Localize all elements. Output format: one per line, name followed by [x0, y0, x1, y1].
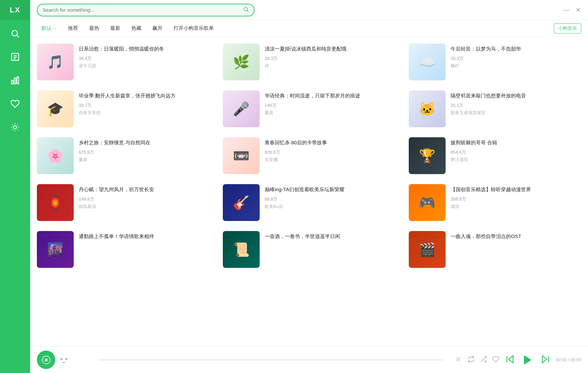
shuffle-button[interactable]	[480, 356, 487, 364]
playlist-author: 凌兮几甜	[79, 63, 209, 69]
playlist-count: 675.9万	[79, 149, 209, 155]
search-input[interactable]	[43, 7, 243, 13]
playlist-count: 36.4万	[79, 56, 209, 62]
playlist-cover: 🏆	[409, 137, 446, 174]
playlist-title: 巅峰ing-TA们创造着欧美乐坛新荣耀	[265, 186, 395, 193]
playlist-author: 歌单王者现实保安	[451, 110, 581, 116]
playlist-author: 胖汪追综	[451, 157, 581, 163]
playlist-count: 35.3万	[451, 56, 581, 62]
next-button[interactable]	[540, 354, 551, 366]
minimize-button[interactable]: —	[563, 7, 570, 13]
playlist-info: 通勤路上不孤单！华语情歌来相伴	[79, 231, 209, 243]
playlist-title: 披荆斩棘的哥哥 合辑	[451, 139, 581, 146]
play-button[interactable]	[520, 353, 535, 367]
playlist-count: 654.4万	[451, 149, 581, 155]
list-item[interactable]: 🏮 丹心赋：望九州风月，祈万世长安 149.8万 国风新语	[37, 184, 209, 221]
svg-line-1	[17, 35, 19, 37]
svg-marker-21	[542, 356, 547, 363]
svg-rect-8	[17, 77, 19, 84]
playlist-cover: 🏮	[37, 184, 74, 221]
playlist-title: 日系治愈：日落暖阳，悄悄温暖你的冬	[79, 45, 209, 52]
list-item[interactable]: 📜 一壶酒，一卷书，半世逍遥半日闲	[223, 231, 395, 268]
tab-latest[interactable]: 最新	[106, 23, 125, 33]
playlist-cover-image: 🌸	[37, 137, 74, 174]
playlist-author: 念安娜	[265, 157, 395, 163]
playlist-cover: 🎮	[409, 184, 446, 221]
list-item[interactable]: 🌆 通勤路上不孤单！华语情歌来相伴	[37, 231, 209, 268]
sidebar-item-playlist[interactable]	[5, 47, 25, 67]
tab-hot[interactable]: 最热	[84, 23, 104, 33]
playlist-title: 清凉一夏|听说冰镇西瓜和纯音更配哦	[265, 45, 395, 52]
playlist-title: 一壶酒，一卷书，半世逍遥半日闲	[265, 233, 395, 240]
lyric-icon: 词	[455, 356, 462, 363]
playlist-title: 华语经典：时间流逝，只留下那岁月的痕迹	[265, 92, 395, 99]
playlist-cover-image: 🎵	[37, 44, 74, 80]
list-item[interactable]: 🎮 【国创音乐精选】聆听穿越动漫世界 358.9万 成功	[409, 184, 581, 221]
player-time: 00:00 / 00:00	[556, 357, 581, 362]
list-item[interactable]: 🎸 巅峰ing-TA们创造着欧美乐坛新荣耀 88.8万 欧美Ku乐	[223, 184, 395, 221]
sidebar-item-favorites[interactable]	[5, 94, 25, 114]
svg-marker-20	[524, 355, 531, 365]
tab-default[interactable]: 默认	[37, 23, 62, 33]
list-item[interactable]: ☁️ 午后轻音：以梦为马，不负韶华 35.3万 枫柠	[409, 44, 581, 80]
nav-tabs: 默认 推荐 最热 最新 热藏 飙升 打开小构音乐歌单 小构音乐	[30, 20, 588, 37]
playlist-cover-image: 🎓	[37, 90, 74, 127]
playlist-info: 日系治愈：日落暖阳，悄悄温暖你的冬 36.4万 凌兮几甜	[79, 44, 209, 69]
search-box[interactable]	[37, 4, 255, 16]
playlist-title: 通勤路上不孤单！华语情歌来相伴	[79, 233, 209, 240]
sidebar-item-charts[interactable]	[5, 70, 25, 90]
playlist-cover: 🎤	[223, 90, 260, 127]
playlist-info: 青春回忆杀·80后的卡带故事 828.8万 念安娜	[265, 137, 395, 163]
svg-point-9	[13, 126, 16, 129]
playlist-count: 358.9万	[451, 196, 581, 202]
svg-rect-7	[14, 78, 16, 84]
playlist-title: 【国创音乐精选】聆听穿越动漫世界	[451, 186, 581, 193]
playlist-cover-image: 🏮	[37, 184, 74, 221]
content-area: 🎵 日系治愈：日落暖阳，悄悄温暖你的冬 36.4万 凌兮几甜 🌿 清凉一夏|听说…	[30, 37, 588, 346]
list-item[interactable]: 🎬 一曲入魂，那些自带泪点的OST	[409, 231, 581, 268]
list-item[interactable]: 🏆 披荆斩棘的哥哥 合辑 654.4万 胖汪追综	[409, 137, 581, 174]
playlist-count: 33.7万	[79, 102, 209, 108]
playlist-author: 在冬天等你	[79, 110, 209, 116]
list-item[interactable]: 🎤 华语经典：时间流逝，只留下那岁月的痕迹 145万 蔓若	[223, 90, 395, 127]
playlist-cover: 🎵	[37, 44, 74, 80]
playlist-cover: 🎸	[223, 184, 260, 221]
sidebar-item-settings[interactable]	[5, 117, 25, 137]
playlist-cover: 🌸	[37, 137, 74, 174]
loop-button[interactable]	[467, 356, 475, 364]
svg-marker-18	[509, 356, 513, 363]
list-item[interactable]: 🌿 清凉一夏|听说冰镇西瓜和纯音更配哦 28.3万 祥	[223, 44, 395, 80]
playlist-info: 巅峰ing-TA们创造着欧美乐坛新荣耀 88.8万 欧美Ku乐	[265, 184, 395, 210]
playlist-info: 乡村之旅：安静惬意·与自然同在 675.9万 蔓若	[79, 137, 209, 163]
tab-xiaogou[interactable]: 小构音乐	[554, 23, 581, 33]
playlist-info: 清凉一夏|听说冰镇西瓜和纯音更配哦 28.3万 祥	[265, 44, 395, 69]
playlist-cover-image: 🎮	[409, 184, 446, 221]
sidebar-item-search[interactable]	[5, 23, 25, 44]
search-icon[interactable]	[243, 6, 249, 14]
tab-recommend[interactable]: 推荐	[63, 23, 83, 33]
playlist-title: 午后轻音：以梦为马，不负韶华	[451, 45, 581, 52]
playlist-info: 华语经典：时间流逝，只留下那岁月的痕迹 145万 蔓若	[265, 90, 395, 116]
playlist-cover-image: 🏆	[409, 137, 446, 174]
tab-favorite[interactable]: 热藏	[127, 23, 146, 33]
list-item[interactable]: 🎵 日系治愈：日落暖阳，悄悄温暖你的冬 36.4万 凌兮几甜	[37, 44, 209, 80]
playlist-cover-image: 🎤	[223, 90, 260, 127]
playlist-cover: 🌆	[37, 231, 74, 268]
list-item[interactable]: 📼 青春回忆杀·80后的卡带故事 828.8万 念安娜	[223, 137, 395, 174]
list-item[interactable]: 🎓 毕业季:翻开人生新篇章，张开翅膀飞向远方 33.7万 在冬天等你	[37, 90, 209, 127]
lyric-button[interactable]: 词	[455, 356, 462, 364]
playlist-count: 145万	[265, 102, 395, 108]
player-progress-bar[interactable]	[99, 359, 443, 361]
tab-open[interactable]: 打开小构音乐歌单	[169, 23, 218, 33]
like-button[interactable]	[492, 356, 500, 364]
prev-button[interactable]	[505, 354, 515, 366]
playlist-cover: 📼	[223, 137, 260, 174]
close-button[interactable]: ✕	[575, 7, 581, 13]
list-item[interactable]: 🐱 隔壁邻居来敲门也想要外放的电音 25.1万 歌单王者现实保安	[409, 90, 581, 127]
playlist-info: 丹心赋：望九州风月，祈万世长安 149.8万 国风新语	[79, 184, 209, 210]
tab-rising[interactable]: 飙升	[148, 23, 167, 33]
app-logo: LX	[10, 6, 20, 14]
playlist-title: 青春回忆杀·80后的卡带故事	[265, 139, 395, 146]
list-item[interactable]: 🌸 乡村之旅：安静惬意·与自然同在 675.9万 蔓若	[37, 137, 209, 174]
playlist-info: 隔壁邻居来敲门也想要外放的电音 25.1万 歌单王者现实保安	[451, 90, 581, 116]
